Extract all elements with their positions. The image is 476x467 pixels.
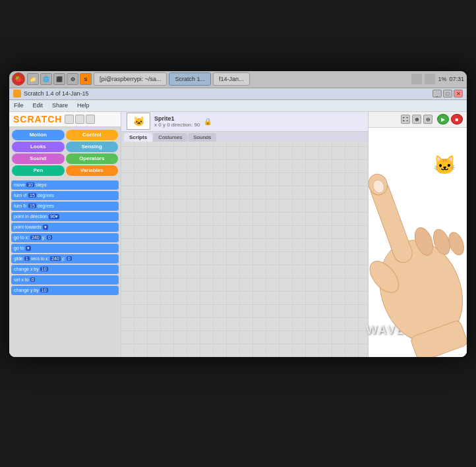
window-controls: _ □ ✕	[432, 90, 463, 97]
tab-costumes[interactable]: Costumes	[153, 133, 187, 142]
sprite-name: Sprite1	[154, 115, 200, 122]
block-goto-xy[interactable]: go to x: 240 y: 0	[11, 233, 119, 242]
battery-label: 1%	[438, 76, 446, 82]
scratch-window-label: Scratch 1...	[175, 76, 205, 82]
taskbar-right: 1% 07:31	[411, 74, 464, 84]
script-area: 🐱 Sprite1 x 0 y 0 direction: 90 🔒 Script…	[121, 112, 368, 357]
blocks-panel: SCRATCH Motion Control	[9, 112, 121, 357]
scratch-logo-icons	[65, 115, 95, 124]
screen: 🍓 📁 🌐 ⬛ ⚙ S [pi@raspberrypi: ~/sa... Scr…	[9, 71, 467, 357]
clock: 07:31	[449, 76, 464, 82]
taskbar-quick-launch: 📁 🌐 ⬛ ⚙ S	[27, 73, 92, 85]
sprite-lock-icon[interactable]: 🔒	[204, 118, 212, 125]
block-glide[interactable]: glide 1 secs to x: 240 y: 0	[11, 254, 119, 263]
cat-variables[interactable]: Variables	[66, 165, 119, 176]
scratch-titlebar: Scratch 1.4 of 14-Jan-15 _ □ ✕	[9, 88, 467, 100]
volume-icon	[425, 74, 435, 84]
block-turn-ccw[interactable]: turn ↺ 15 degrees	[11, 191, 119, 200]
block-set-x[interactable]: set x to 0	[11, 275, 119, 285]
menu-edit[interactable]: Edit	[31, 102, 45, 109]
sprite-thumbnail: 🐱	[127, 113, 150, 130]
browser-icon[interactable]: 🌐	[40, 73, 52, 85]
cat-motion[interactable]: Motion	[12, 130, 65, 140]
cat-operators[interactable]: Operators	[66, 153, 119, 164]
scratch-cat-sprite: 🐱	[433, 154, 456, 176]
cat-sensing[interactable]: Sensing	[66, 142, 119, 152]
tab-scripts[interactable]: Scripts	[124, 133, 152, 142]
scratch-window: Scratch 1.4 of 14-Jan-15 _ □ ✕ File Edit…	[9, 88, 467, 357]
stage-panel: ⛶ ⊕ ⊖ ▶ ■ 🐱	[368, 112, 467, 357]
maximize-button[interactable]: □	[443, 90, 452, 97]
scratch-main: SCRATCH Motion Control	[9, 112, 467, 357]
stage-shrink-btn[interactable]: ⊖	[423, 115, 432, 124]
stop-button[interactable]: ■	[451, 114, 463, 124]
cat-looks[interactable]: Looks	[12, 142, 65, 152]
scratch-icon[interactable]: S	[80, 73, 92, 85]
raspberry-icon[interactable]: 🍓	[12, 72, 25, 86]
cat-pen[interactable]: Pen	[12, 165, 65, 176]
script-canvas[interactable]	[121, 142, 368, 357]
network-icon	[411, 74, 422, 84]
sprite-coords: x 0 y 0 direction: 90	[154, 122, 200, 128]
block-change-x[interactable]: change x by 10	[11, 265, 119, 274]
logo-icon-3	[86, 115, 95, 124]
stage-zoom-btn[interactable]: ⊕	[412, 115, 421, 124]
scratch-logo-area: SCRATCH	[9, 112, 121, 127]
scratch-logo-text: SCRATCH	[13, 114, 62, 124]
menu-file[interactable]: File	[12, 102, 26, 109]
logo-icon-2	[75, 115, 84, 124]
file-window-label: f14-Jan...	[219, 76, 244, 82]
stage-controls: ⛶ ⊕ ⊖ ▶ ■	[369, 112, 467, 128]
file-window-btn[interactable]: f14-Jan...	[213, 72, 250, 86]
terminal-window-btn[interactable]: [pi@raspberrypi: ~/sa...	[94, 72, 167, 86]
terminal-icon[interactable]: ⬛	[53, 73, 65, 85]
terminal-window-label: [pi@raspberrypi: ~/sa...	[100, 76, 161, 82]
block-goto[interactable]: go to ▾	[11, 244, 119, 253]
scratch-menubar: File Edit Share Help	[9, 100, 467, 112]
minimize-button[interactable]: _	[432, 90, 442, 97]
menu-help[interactable]: Help	[75, 102, 92, 109]
block-categories: Motion Control Looks Sensing Sound	[9, 127, 121, 179]
run-button[interactable]: ▶	[437, 114, 449, 124]
scratch-window-btn[interactable]: Scratch 1...	[169, 72, 211, 86]
block-point-towards[interactable]: point towards ▾	[11, 223, 119, 232]
sprite-info: Sprite1 x 0 y 0 direction: 90	[154, 115, 200, 128]
block-change-y[interactable]: change y by 10	[11, 286, 119, 295]
cat-control[interactable]: Control	[66, 130, 119, 140]
block-point-direction[interactable]: point in direction 90▾	[11, 212, 119, 221]
file-manager-icon[interactable]: 📁	[27, 73, 39, 85]
scratch-title-icon	[13, 90, 21, 97]
script-tabs: Scripts Costumes Sounds	[121, 132, 368, 142]
logo-icon-1	[65, 115, 74, 124]
close-button[interactable]: ✕	[454, 90, 463, 97]
settings-icon[interactable]: ⚙	[67, 73, 78, 85]
stage-run-buttons: ▶ ■	[437, 114, 463, 124]
cat-sound[interactable]: Sound	[12, 153, 65, 164]
scratch-title: Scratch 1.4 of 14-Jan-15	[24, 90, 89, 97]
stage-fullscreen-btn[interactable]: ⛶	[401, 115, 410, 124]
waveshare-watermark: WAVESHARE	[366, 323, 454, 337]
taskbar: 🍓 📁 🌐 ⬛ ⚙ S [pi@raspberrypi: ~/sa... Scr…	[9, 71, 467, 88]
block-turn-cw[interactable]: turn ↻ 15 degrees	[11, 202, 119, 211]
block-move[interactable]: move 10 steps	[11, 180, 119, 190]
monitor-frame: 🍓 📁 🌐 ⬛ ⚙ S [pi@raspberrypi: ~/sa... Scr…	[7, 69, 469, 359]
tab-sounds[interactable]: Sounds	[188, 133, 216, 142]
menu-share[interactable]: Share	[50, 102, 70, 109]
sprite-header: 🐱 Sprite1 x 0 y 0 direction: 90 🔒	[121, 112, 368, 132]
blocks-list: move 10 steps turn ↺ 15 degrees turn ↻ 1…	[9, 179, 121, 357]
stage-canvas[interactable]: 🐱	[369, 128, 467, 357]
